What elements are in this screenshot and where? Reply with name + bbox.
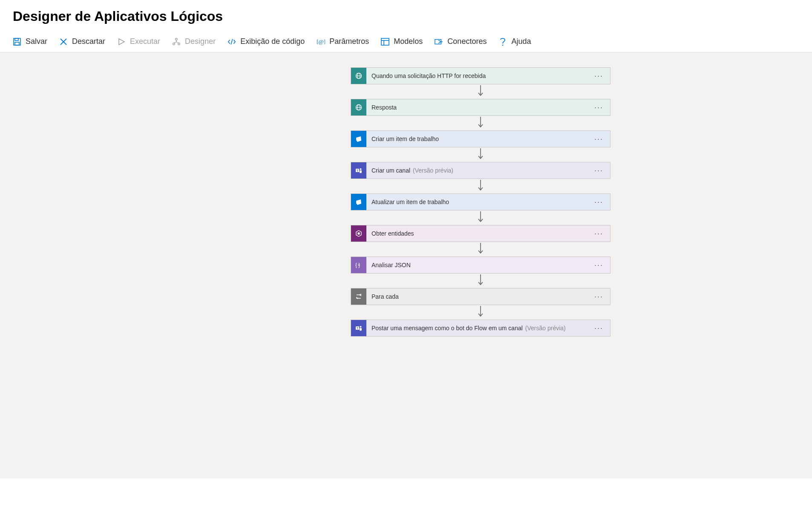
svg-rect-14	[381, 38, 389, 45]
run-label: Executar	[130, 37, 160, 46]
workflow-step[interactable]: Para cada···	[351, 288, 610, 305]
step-more-menu[interactable]: ···	[593, 292, 605, 301]
flow-arrow-icon[interactable]	[477, 242, 484, 256]
svg-text:T: T	[357, 327, 359, 330]
code-view-button[interactable]: Exibição de código	[227, 37, 305, 46]
svg-line-11	[176, 42, 179, 43]
svg-rect-1	[15, 38, 18, 40]
templates-label: Modelos	[394, 37, 423, 46]
designer-label: Designer	[185, 37, 216, 46]
workflow-step[interactable]: TPostar uma mensagem como o bot do Flow …	[351, 320, 610, 337]
step-label: Analisar JSON	[371, 262, 411, 268]
svg-point-6	[176, 38, 177, 40]
workflow-step[interactable]: Criar um item de trabalho···	[351, 130, 610, 147]
step-label-wrap: Atualizar um item de trabalho	[371, 199, 449, 205]
discard-button[interactable]: Descartar	[59, 37, 105, 46]
parameters-button[interactable]: [@] Parâmetros	[317, 37, 369, 46]
step-more-menu[interactable]: ···	[593, 198, 605, 207]
workflow-step[interactable]: { }Analisar JSON···	[351, 256, 610, 274]
designer-button: Designer	[172, 37, 216, 46]
svg-line-12	[231, 39, 233, 44]
step-label-wrap: Criar um canal(Versão prévia)	[371, 167, 453, 174]
parameters-icon: [@]	[317, 37, 325, 46]
flow-arrow-icon[interactable]	[477, 274, 484, 288]
save-button[interactable]: Salvar	[13, 37, 47, 46]
step-body: Criar um item de trabalho···	[366, 131, 610, 147]
connectors-label: Conectores	[447, 37, 487, 46]
step-label-wrap: Para cada	[371, 293, 399, 300]
svg-text:[@]: [@]	[317, 38, 325, 45]
svg-point-45	[360, 326, 362, 328]
help-button[interactable]: Ajuda	[498, 37, 531, 46]
step-body: Criar um canal(Versão prévia)···	[366, 162, 610, 179]
workflow-step[interactable]: Obter entidades···	[351, 225, 610, 242]
svg-rect-17	[435, 39, 441, 44]
step-body: Analisar JSON···	[366, 257, 610, 273]
svg-marker-5	[119, 39, 124, 45]
step-label-wrap: Postar uma mensagem como o bot do Flow e…	[371, 325, 566, 331]
step-label: Resposta	[371, 104, 397, 111]
connectors-button[interactable]: Conectores	[435, 37, 487, 46]
svg-line-10	[174, 42, 176, 43]
step-body: Obter entidades···	[366, 225, 610, 242]
save-icon	[13, 37, 21, 46]
designer-canvas[interactable]: Quando uma solicitação HTTP for recebida…	[0, 52, 812, 478]
discard-label: Descartar	[72, 37, 105, 46]
flow-arrow-icon[interactable]	[477, 147, 484, 162]
toolbar: Salvar Descartar Executar	[0, 29, 812, 52]
step-more-menu[interactable]: ···	[593, 324, 605, 333]
step-label: Criar um canal	[371, 167, 410, 174]
teams-icon: T	[351, 162, 366, 179]
flow-arrow-icon[interactable]	[477, 305, 484, 320]
step-body: Resposta···	[366, 99, 610, 115]
step-more-menu[interactable]: ···	[593, 229, 605, 238]
page-title: Designer de Aplicativos Lógicos	[13, 9, 799, 24]
azure-devops-icon	[351, 194, 366, 210]
json-icon: { }	[351, 257, 366, 273]
step-body: Postar uma mensagem como o bot do Flow e…	[366, 320, 610, 336]
flow-arrow-icon[interactable]	[477, 116, 484, 130]
workflow-step[interactable]: Resposta···	[351, 99, 610, 116]
step-more-menu[interactable]: ···	[593, 261, 605, 270]
help-label: Ajuda	[511, 37, 531, 46]
flow-arrow-icon[interactable]	[477, 210, 484, 225]
step-label: Atualizar um item de trabalho	[371, 199, 449, 205]
workflow-step[interactable]: Atualizar um item de trabalho···	[351, 193, 610, 210]
step-label: Para cada	[371, 293, 399, 300]
step-preview-badge: (Versão prévia)	[525, 325, 566, 331]
step-more-menu[interactable]: ···	[593, 103, 605, 112]
templates-button[interactable]: Modelos	[381, 37, 423, 46]
run-icon	[117, 37, 126, 46]
step-label-wrap: Criar um item de trabalho	[371, 135, 439, 142]
step-label-wrap: Resposta	[371, 104, 397, 111]
step-label: Quando uma solicitação HTTP for recebida	[371, 72, 486, 79]
step-label: Obter entidades	[371, 230, 414, 237]
flow-arrow-icon[interactable]	[477, 84, 484, 99]
flow-arrow-icon[interactable]	[477, 179, 484, 193]
http-response-icon	[351, 99, 366, 115]
step-label: Postar uma mensagem como o bot do Flow e…	[371, 325, 523, 331]
connectors-icon	[435, 37, 443, 46]
help-icon	[498, 37, 507, 46]
step-body: Atualizar um item de trabalho···	[366, 194, 610, 210]
page-header: Designer de Aplicativos Lógicos	[0, 0, 812, 29]
svg-text:T: T	[357, 169, 359, 172]
workflow-container: Quando uma solicitação HTTP for recebida…	[0, 67, 812, 337]
workflow-step[interactable]: Quando uma solicitação HTTP for recebida…	[351, 67, 610, 84]
step-body: Para cada···	[366, 288, 610, 305]
step-more-menu[interactable]: ···	[593, 166, 605, 175]
step-more-menu[interactable]: ···	[593, 135, 605, 144]
http-request-icon	[351, 68, 366, 84]
teams-icon: T	[351, 320, 366, 336]
save-label: Salvar	[26, 37, 47, 46]
step-label-wrap: Obter entidades	[371, 230, 414, 237]
designer-icon	[172, 37, 181, 46]
azure-devops-icon	[351, 131, 366, 147]
step-label-wrap: Quando uma solicitação HTTP for recebida	[371, 72, 486, 79]
workflow-step[interactable]: TCriar um canal(Versão prévia)···	[351, 162, 610, 179]
svg-text:{ }: { }	[355, 262, 360, 268]
svg-point-31	[360, 168, 362, 170]
step-more-menu[interactable]: ···	[593, 72, 605, 81]
svg-rect-2	[15, 42, 19, 45]
svg-point-38	[358, 265, 359, 265]
